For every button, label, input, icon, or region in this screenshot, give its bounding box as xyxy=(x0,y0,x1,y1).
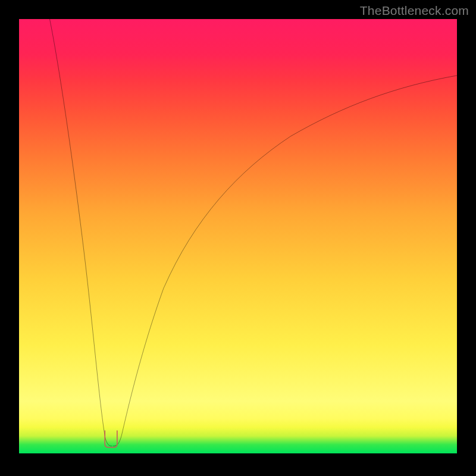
curve-overlay xyxy=(19,19,457,453)
chart-frame: TheBottleneck.com xyxy=(0,0,476,476)
curve-right xyxy=(113,76,457,446)
marker-bracket-icon xyxy=(105,431,117,447)
curve-left xyxy=(50,19,112,446)
watermark-text: TheBottleneck.com xyxy=(360,4,469,18)
plot-area xyxy=(19,19,457,453)
